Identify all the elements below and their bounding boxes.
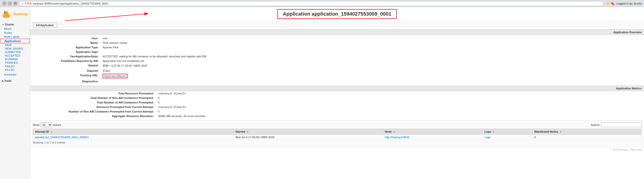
refresh-button[interactable]: ↻ [13,1,18,6]
entries-label: entries [53,123,61,126]
logs-cell: Logs [482,135,532,140]
col-logs[interactable]: Logs ⇕ [482,129,532,135]
sidebar-item-failed[interactable]: FAILED [0,64,30,68]
diagnostics-row: Diagnostics: [30,79,644,84]
col-node[interactable]: Node ⇕ [383,129,482,135]
attempts-section: Show 20 50 100 entries Search: Attempt I… [30,120,644,147]
tags-row: Application Tags: [30,50,644,54]
name-value: Flink session cluster [101,41,644,45]
sidebar-item-about[interactable]: About [0,27,30,31]
url-text: hadoop2:8088/cluster/app/application_159… [33,2,108,5]
sidebar-item-killed[interactable]: KILLED [0,68,30,71]
metric-value-5: 45982 MB-seconds, 44 vcore-seconds [156,114,644,118]
attempts-header-row: Attempt ID ⇕ Started ⇕ Node ⇕ Logs [33,129,641,135]
final-status-row: FinalStatus Reported by AM: Application … [30,59,644,63]
attempts-controls: Show 20 50 100 entries Search: [33,123,641,127]
final-status-label: FinalStatus Reported by AM: [30,59,101,63]
col-attempt-id[interactable]: Attempt ID ⇕ [33,129,234,135]
metrics-table: Total Resource Preempted: <memory:0, vCo… [30,91,644,118]
type-value: Apache Flink [101,45,644,50]
attempt-id-cell: appattempt_1594027553009_0001_000001 [33,135,234,140]
tracking-url-label: Tracking URL: [30,73,101,79]
table-row: appattempt_1594027553009_0001_000001 Mon… [33,135,641,140]
sort-arrows-attempt: ⇕ [51,131,53,133]
started-row: Started: 星期一七月 06 17:26:05 +0800 2020 [30,63,644,68]
attempt-id-link[interactable]: appattempt_1594027553009_0001_000001 [35,136,89,139]
table-footer: Showing 1 to 1 of 1 entries [33,140,641,145]
tags-value [101,50,644,54]
user-row: User: root [30,36,644,41]
sort-arrows-logs: ⇕ [493,131,495,133]
sort-arrows-started: ⇕ [247,131,249,133]
sidebar-item-new[interactable]: NEW [0,43,30,47]
tools-section-header[interactable]: Tools [0,79,30,83]
user-label: User: [30,36,101,41]
metric-row-4: Number of Non-AM Containers Preempted fr… [30,109,644,114]
url-bar[interactable]: ⚠ 不安全 hadoop2:8088/cluster/app/applicati… [19,1,604,6]
elapsed-value: 47sec [101,68,644,73]
footer-watermark: First Previous 1 Next Last [30,147,644,152]
sidebar-item-finished[interactable]: FINISHED [0,61,30,64]
search-input[interactable] [601,123,641,127]
metric-value-0: <memory:0, vCores:0> [156,91,644,96]
elapsed-label: Elapsed: [30,68,101,73]
sidebar-item-submitted[interactable]: SUBMITTED [0,50,30,54]
elapsed-row: Elapsed: 47sec [30,68,644,73]
metric-value-1: 0 [156,96,644,100]
metric-value-2: 0 [156,100,644,105]
metric-label-2: Total Number of AM Containers Preempted: [30,100,156,105]
diagnostics-value [101,79,644,84]
arrow-decoration [63,11,153,23]
sidebar-item-scheduler[interactable]: Scheduler [0,73,30,77]
final-status-value: Application has not completed yet. [101,59,644,63]
hadoop-text: hadoop [13,12,28,16]
metric-row-1: Total Number of Non-AM Containers Preemp… [30,96,644,100]
sidebar: hadoop Cluster About Nodes Node Labels A… [0,7,30,179]
logged-in-label: Logged in as: dr.who [616,2,642,5]
sidebar-item-running[interactable]: RUNNING [0,57,30,61]
search-label: Search: [591,123,600,126]
metric-label-1: Total Number of Non-AM Containers Preemp… [30,96,156,100]
show-entries-select[interactable]: 20 50 100 [41,123,52,127]
sidebar-item-applications[interactable]: Applications [0,39,30,43]
sidebar-item-nodes[interactable]: Nodes [0,31,30,35]
show-label: Show [33,123,40,126]
metric-row-5: Aggregate Resource Allocation: 45982 MB-… [30,114,644,118]
forward-button[interactable]: → [8,1,12,6]
metrics-section: Application Metrics Total Resource Preem… [30,86,644,118]
sort-arrows-node: ⇕ [393,131,395,133]
attempts-table: Attempt ID ⇕ Started ⇕ Node ⇕ Logs [33,129,641,140]
kill-application-button[interactable]: Kill Application [33,23,57,28]
sidebar-item-accepted[interactable]: ACCEPTED [0,54,30,57]
tools-section: Tools [0,79,30,83]
metric-value-3: <memory:0, vCores:0> [156,105,644,109]
app-overview-header: Application Overview [30,29,644,35]
metric-row-2: Total Number of AM Containers Preempted:… [30,100,644,105]
yarn-state-row: YarnApplicationState: ACCEPTED: waiting … [30,54,644,59]
yarn-state-value: ACCEPTED: waiting for AM container to be… [101,54,644,59]
main-content: Application application_1594027553009_00… [30,7,644,179]
user-value: root [101,36,644,41]
metrics-header: Application Metrics [30,86,644,91]
tracking-url-link[interactable]: ApplicationMaster [104,75,126,78]
metric-label-0: Total Resource Preempted: [30,91,156,96]
sidebar-item-new-saving[interactable]: NEW_SAVING [0,47,30,50]
yarn-state-label: YarnApplicationState: [30,54,101,59]
col-blacklisted[interactable]: Blacklisted Nodes ⇕ [532,129,641,135]
metric-label-5: Aggregate Resource Allocation: [30,114,156,118]
page-header: Application application_1594027553009_00… [30,7,644,21]
sidebar-item-nodelabels[interactable]: Node Labels [0,35,30,39]
cluster-section-header[interactable]: Cluster [0,22,30,27]
tracking-url-row: Tracking URL: ApplicationMaster [30,73,644,79]
metric-row-0: Total Resource Preempted: <memory:0, vCo… [30,91,644,96]
browser-bar: ← → ↻ ⚠ 不安全 hadoop2:8088/cluster/app/app… [0,0,644,7]
col-started[interactable]: Started ⇕ [233,129,383,135]
logs-link[interactable]: Logs [485,136,491,139]
sort-arrows-blacklisted: ⇕ [560,131,562,133]
node-cell: http://hadoop3:8042 [383,135,482,140]
diagnostics-label: Diagnostics: [30,79,101,84]
cluster-section: Cluster About Nodes Node Labels Applicat… [0,22,30,77]
started-label: Started: [30,63,101,68]
node-link[interactable]: http://hadoop3:8042 [385,136,409,139]
back-button[interactable]: ← [2,1,7,6]
